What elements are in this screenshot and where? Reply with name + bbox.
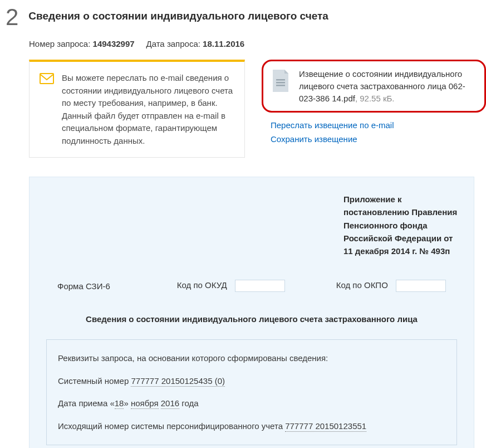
form-codes-row: Форма СЗИ-6 Код по ОКУД Код по ОКПО (43, 274, 460, 309)
okpo-field[interactable] (396, 280, 446, 292)
request-number: 149432997 (93, 39, 135, 48)
request-date-label: Дата запроса: (146, 39, 200, 48)
request-label: Номер запроса: (29, 39, 90, 48)
request-details-box: Реквизиты запроса, на основании которого… (46, 339, 457, 445)
okpo-label: Код по ОКПО (336, 280, 388, 290)
accept-date-label: Дата приема « (58, 398, 115, 408)
request-meta: Номер запроса: 149432997 Дата запроса: 1… (0, 35, 486, 60)
document-icon (271, 69, 290, 92)
request-date: 18.11.2016 (203, 39, 244, 48)
svg-rect-1 (276, 79, 285, 81)
outnum-label: Исходящий номер системы персонифицирован… (58, 421, 285, 431)
forward-email-link[interactable]: Переслать извещение по e-mail (271, 120, 486, 130)
file-attachment[interactable]: Извещение о состоянии индивидуального ли… (262, 60, 486, 113)
email-info-text: Вы можете переслать по e-mail сведения о… (62, 72, 234, 147)
file-size: , 92.55 кБ. (355, 94, 395, 103)
email-info-box: Вы можете переслать по e-mail сведения о… (29, 60, 245, 158)
svg-rect-0 (40, 74, 53, 84)
document-panel: Приложение к постановлению Правления Пен… (29, 177, 474, 448)
okud-label: Код по ОКУД (177, 280, 227, 290)
request-intro: Реквизиты запроса, на основании которого… (58, 352, 445, 365)
okud-field[interactable] (235, 280, 285, 292)
document-title: Сведения о состоянии индивидуального лиц… (43, 314, 460, 324)
page-title: Сведения о состоянии индивидуального лиц… (28, 6, 328, 22)
accept-month: ноября (131, 398, 159, 409)
appendix-note: Приложение к постановлению Правления Пен… (343, 193, 460, 257)
accept-year: 2016 (161, 398, 179, 409)
save-notice-link[interactable]: Сохранить извещение (271, 134, 486, 144)
accept-day: 18 (115, 398, 124, 409)
mail-icon (40, 73, 54, 84)
form-label: Форма СЗИ-6 (57, 281, 110, 291)
sysnum-label: Системный номер (58, 376, 131, 386)
step-number: 2 (6, 6, 18, 29)
svg-rect-3 (276, 85, 285, 86)
outnum-value: 777777 20150123551 (285, 421, 366, 432)
svg-rect-2 (276, 82, 285, 84)
sysnum-value: 777777 20150125435 (0) (131, 376, 225, 387)
